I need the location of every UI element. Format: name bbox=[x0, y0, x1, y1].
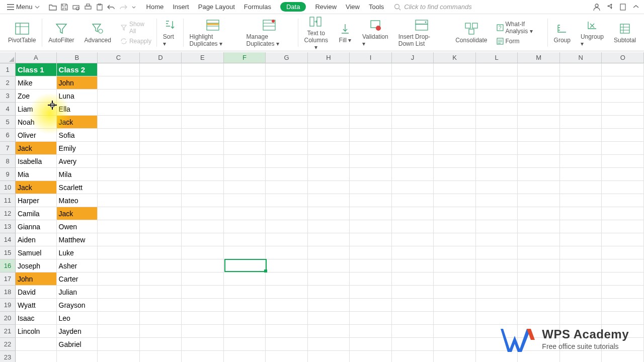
cell-J14[interactable] bbox=[392, 233, 434, 246]
cell-N15[interactable] bbox=[560, 246, 602, 259]
cell-A6[interactable]: Oliver bbox=[16, 129, 57, 142]
cell-I18[interactable] bbox=[350, 286, 392, 299]
col-header-H[interactable]: H bbox=[308, 52, 350, 63]
cell-B8[interactable]: Avery bbox=[57, 155, 98, 168]
save-icon[interactable] bbox=[61, 4, 68, 11]
redo-icon[interactable] bbox=[119, 4, 127, 10]
cell-H2[interactable] bbox=[308, 76, 350, 89]
cell-K14[interactable] bbox=[434, 233, 476, 246]
cell-F18[interactable] bbox=[224, 286, 266, 299]
cell-N6[interactable] bbox=[560, 129, 602, 142]
cell-K20[interactable] bbox=[434, 312, 476, 325]
cell-K6[interactable] bbox=[434, 129, 476, 142]
cell-N13[interactable] bbox=[560, 220, 602, 233]
cell-N12[interactable] bbox=[560, 207, 602, 220]
cell-A11[interactable]: Harper bbox=[16, 194, 57, 207]
form-button[interactable]: Form bbox=[497, 38, 542, 45]
cell-A22[interactable] bbox=[16, 338, 57, 351]
cell-B20[interactable]: Leo bbox=[57, 312, 98, 325]
validation-button[interactable]: Validation ▾ bbox=[357, 18, 393, 47]
cell-K16[interactable] bbox=[434, 259, 476, 273]
cell-F12[interactable] bbox=[224, 207, 266, 220]
cell-D15[interactable] bbox=[140, 246, 182, 259]
cell-J6[interactable] bbox=[392, 129, 434, 142]
cell-B16[interactable]: Asher bbox=[57, 259, 98, 273]
cell-K23[interactable] bbox=[434, 351, 476, 362]
row-header-15[interactable]: 15 bbox=[0, 246, 16, 259]
cell-E14[interactable] bbox=[182, 233, 224, 246]
cell-B14[interactable]: Matthew bbox=[57, 233, 98, 246]
row-header-16[interactable]: 16 bbox=[0, 259, 16, 273]
cell-D10[interactable] bbox=[140, 181, 182, 194]
cell-D6[interactable] bbox=[140, 129, 182, 142]
cell-M16[interactable] bbox=[518, 259, 560, 273]
cell-K10[interactable] bbox=[434, 181, 476, 194]
row-header-12[interactable]: 12 bbox=[0, 207, 16, 220]
cell-G3[interactable] bbox=[266, 89, 308, 103]
cell-K18[interactable] bbox=[434, 286, 476, 299]
cell-F20[interactable] bbox=[224, 312, 266, 325]
cell-M13[interactable] bbox=[518, 220, 560, 233]
cell-I6[interactable] bbox=[350, 129, 392, 142]
cell-E1[interactable] bbox=[182, 63, 224, 76]
cell-D14[interactable] bbox=[140, 233, 182, 246]
row-header-6[interactable]: 6 bbox=[0, 129, 16, 142]
col-header-C[interactable]: C bbox=[98, 52, 140, 63]
cell-D22[interactable] bbox=[140, 338, 182, 351]
open-icon[interactable] bbox=[49, 4, 57, 11]
cell-L12[interactable] bbox=[476, 207, 518, 220]
cell-D16[interactable] bbox=[140, 259, 182, 273]
cell-L1[interactable] bbox=[476, 63, 518, 76]
cell-H21[interactable] bbox=[308, 325, 350, 338]
cell-M5[interactable] bbox=[518, 116, 560, 129]
cell-F8[interactable] bbox=[224, 155, 266, 168]
pivottable-button[interactable]: PivotTable bbox=[3, 22, 41, 44]
cell-L10[interactable] bbox=[476, 181, 518, 194]
cell-F17[interactable] bbox=[224, 273, 266, 286]
tab-page-layout[interactable]: Page Layout bbox=[198, 3, 235, 11]
cell-G5[interactable] bbox=[266, 116, 308, 129]
cell-O16[interactable] bbox=[602, 259, 644, 273]
tab-view[interactable]: View bbox=[346, 3, 360, 11]
cell-K22[interactable] bbox=[434, 338, 476, 351]
cell-C22[interactable] bbox=[98, 338, 140, 351]
cell-O8[interactable] bbox=[602, 155, 644, 168]
cell-G23[interactable] bbox=[266, 351, 308, 362]
cell-G18[interactable] bbox=[266, 286, 308, 299]
cell-A8[interactable]: Isabella bbox=[16, 155, 57, 168]
cell-H10[interactable] bbox=[308, 181, 350, 194]
cell-L13[interactable] bbox=[476, 220, 518, 233]
cell-N17[interactable] bbox=[560, 273, 602, 286]
tab-home[interactable]: Home bbox=[146, 3, 164, 11]
cell-L3[interactable] bbox=[476, 89, 518, 103]
cell-K5[interactable] bbox=[434, 116, 476, 129]
cell-E20[interactable] bbox=[182, 312, 224, 325]
row-header-5[interactable]: 5 bbox=[0, 116, 16, 129]
cell-A7[interactable]: Jack bbox=[16, 142, 57, 155]
row-header-21[interactable]: 21 bbox=[0, 325, 16, 338]
cell-G9[interactable] bbox=[266, 168, 308, 181]
cell-E13[interactable] bbox=[182, 220, 224, 233]
cell-B21[interactable]: Jayden bbox=[57, 325, 98, 338]
cell-J22[interactable] bbox=[392, 338, 434, 351]
cell-A12[interactable]: Camila bbox=[16, 207, 57, 220]
cell-H9[interactable] bbox=[308, 168, 350, 181]
collapse-icon[interactable] bbox=[632, 5, 640, 10]
cell-F1[interactable] bbox=[224, 63, 266, 76]
cell-C18[interactable] bbox=[98, 286, 140, 299]
cell-M3[interactable] bbox=[518, 89, 560, 103]
row-header-23[interactable]: 23 bbox=[0, 351, 16, 362]
cell-F23[interactable] bbox=[224, 351, 266, 362]
cell-H1[interactable] bbox=[308, 63, 350, 76]
cell-I15[interactable] bbox=[350, 246, 392, 259]
fill-button[interactable]: Fill ▾ bbox=[333, 22, 357, 44]
cell-C4[interactable] bbox=[98, 103, 140, 116]
cell-A5[interactable]: Noah bbox=[16, 116, 57, 129]
cell-E17[interactable] bbox=[182, 273, 224, 286]
cell-D17[interactable] bbox=[140, 273, 182, 286]
cell-M20[interactable] bbox=[518, 312, 560, 325]
cell-J11[interactable] bbox=[392, 194, 434, 207]
cell-E4[interactable] bbox=[182, 103, 224, 116]
tab-insert[interactable]: Insert bbox=[173, 3, 189, 11]
cell-I17[interactable] bbox=[350, 273, 392, 286]
